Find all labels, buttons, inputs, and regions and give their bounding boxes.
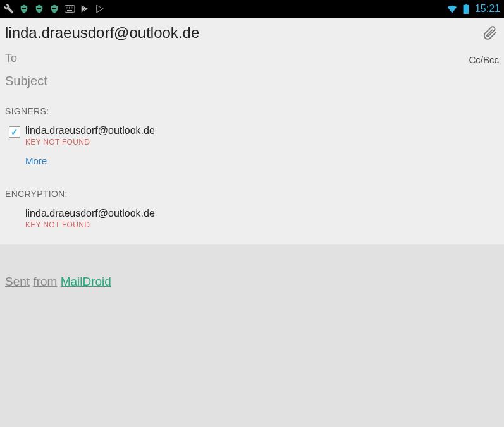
status-icons-right: 15:21 (447, 3, 500, 15)
to-input[interactable] (5, 52, 469, 65)
encryption-email: linda.draeusdorf@outlook.de (25, 208, 499, 219)
attachment-button[interactable] (481, 24, 499, 42)
signer-key-status: KEY NOT FOUND (25, 138, 499, 147)
svg-rect-9 (66, 8, 66, 9)
signers-label: SIGNERS: (0, 96, 504, 123)
subject-row (0, 71, 504, 96)
play-store-icon (80, 4, 90, 14)
wifi-icon (447, 4, 457, 14)
svg-rect-7 (71, 7, 71, 8)
subject-input[interactable] (5, 74, 499, 88)
svg-rect-0 (22, 8, 26, 9)
svg-rect-11 (69, 8, 70, 9)
shield-icon (34, 4, 44, 14)
checkmark-icon: ✓ (11, 128, 18, 136)
svg-rect-16 (465, 4, 467, 5)
wrench-icon (4, 4, 14, 14)
ccbcc-toggle[interactable]: Cc/Bcc (469, 52, 499, 65)
encryption-label: ENCRYPTION: (0, 176, 504, 205)
svg-rect-5 (68, 7, 68, 8)
shield-icon (49, 4, 59, 14)
status-bar: 15:21 (0, 0, 504, 18)
signer-email: linda.draeusdorf@outlook.de (25, 125, 499, 136)
encryption-key-status: KEY NOT FOUND (25, 220, 499, 229)
svg-rect-6 (69, 7, 70, 8)
paperclip-icon (482, 25, 498, 40)
signer-info: linda.draeusdorf@outlook.de KEY NOT FOUN… (25, 125, 499, 147)
more-signers-link[interactable]: More (0, 147, 504, 176)
svg-rect-15 (464, 5, 469, 14)
svg-rect-10 (68, 8, 68, 9)
svg-rect-14 (67, 10, 72, 11)
to-row: Cc/Bcc (0, 51, 504, 71)
status-icons-left (4, 4, 105, 14)
svg-rect-2 (52, 8, 56, 9)
keyboard-icon (65, 4, 75, 14)
svg-rect-4 (66, 7, 66, 8)
signature-from: from (33, 275, 57, 288)
status-time: 15:21 (475, 3, 500, 15)
email-signature: Sent from MailDroid (5, 275, 499, 289)
signer-row[interactable]: ✓ linda.draeusdorf@outlook.de KEY NOT FO… (0, 123, 504, 147)
play-store-outline-icon (95, 4, 105, 14)
svg-rect-13 (73, 8, 73, 9)
compose-header: linda.draeusdorf@outlook.de (0, 18, 504, 51)
signature-sent: Sent (5, 275, 30, 288)
from-address[interactable]: linda.draeusdorf@outlook.de (5, 24, 481, 42)
encryption-row[interactable]: linda.draeusdorf@outlook.de KEY NOT FOUN… (0, 205, 504, 229)
svg-rect-8 (73, 7, 73, 8)
svg-rect-1 (37, 8, 41, 9)
battery-icon (461, 4, 471, 14)
svg-rect-12 (71, 8, 71, 9)
shield-icon (19, 4, 29, 14)
signer-checkbox[interactable]: ✓ (9, 126, 20, 138)
signature-app-link[interactable]: MailDroid (61, 275, 111, 288)
compose-body[interactable]: Sent from MailDroid (0, 244, 504, 427)
